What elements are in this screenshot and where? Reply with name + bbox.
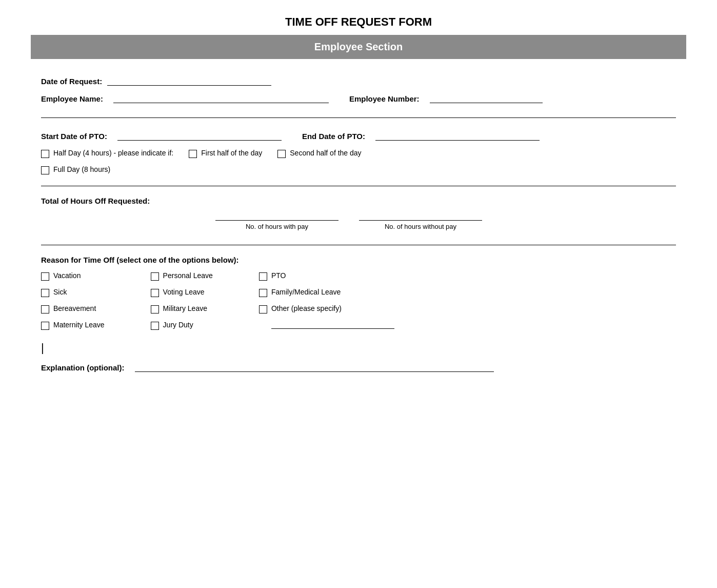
bereavement-label: Bereavement [53, 304, 96, 312]
sick-label: Sick [53, 288, 67, 296]
jury-duty-checkbox[interactable] [151, 322, 159, 330]
cursor-line: | [41, 341, 676, 355]
employee-number-label: Employee Number: [349, 94, 420, 103]
reason-column-1: Vacation Sick Bereavement Maternity Leav… [41, 271, 120, 333]
military-leave-label: Military Leave [163, 304, 207, 312]
other-item: Other (please specify) [259, 304, 379, 313]
half-day-label: Half Day (4 hours) - please indicate if: [53, 149, 173, 157]
second-half-checkbox[interactable] [277, 150, 286, 158]
second-half-checkbox-item: Second half of the day [277, 149, 361, 158]
family-medical-checkbox[interactable] [259, 289, 267, 297]
maternity-label: Maternity Leave [53, 321, 105, 329]
date-of-request-row: Date of Request: [41, 73, 676, 86]
full-day-row: Full Day (8 hours) [41, 165, 676, 178]
explanation-row: Explanation (optional): [41, 360, 676, 372]
section-divider-2 [41, 186, 676, 186]
pto-checkbox[interactable] [259, 272, 267, 281]
military-leave-checkbox[interactable] [151, 305, 159, 313]
maternity-checkbox[interactable] [41, 322, 49, 330]
jury-duty-item: Jury Duty [151, 321, 213, 330]
maternity-item: Maternity Leave [41, 321, 105, 330]
hours-without-pay-input[interactable] [359, 208, 482, 221]
employee-number-group: Employee Number: [349, 91, 543, 103]
hours-with-pay-input[interactable] [215, 208, 338, 221]
start-date-input[interactable] [117, 128, 282, 141]
total-hours-label: Total of Hours Off Requested: [41, 197, 150, 205]
start-date-group: Start Date of PTO: [41, 128, 282, 141]
employee-row: Employee Name: Employee Number: [41, 91, 676, 103]
employee-name-group: Employee Name: [41, 91, 329, 103]
total-hours-label-row: Total of Hours Off Requested: [41, 197, 676, 205]
section-divider-1 [41, 117, 676, 118]
explanation-section: Explanation (optional): [41, 360, 676, 372]
second-half-label: Second half of the day [290, 149, 361, 157]
first-half-checkbox[interactable] [189, 150, 197, 158]
section-header: Employee Section [31, 35, 686, 59]
first-half-checkbox-item: First half of the day [189, 149, 262, 158]
employee-name-input[interactable] [113, 91, 329, 103]
voting-leave-item: Voting Leave [151, 288, 213, 297]
bereavement-checkbox[interactable] [41, 305, 49, 313]
sick-checkbox[interactable] [41, 289, 49, 297]
reason-column-3: PTO Family/Medical Leave Other (please s… [259, 271, 394, 333]
employee-number-input[interactable] [430, 91, 543, 103]
vacation-item: Vacation [41, 271, 105, 281]
other-checkbox[interactable] [259, 305, 267, 313]
explanation-input[interactable] [135, 360, 494, 372]
full-day-checkbox-item: Full Day (8 hours) [41, 165, 110, 174]
date-of-request-label: Date of Request: [41, 77, 102, 86]
page-title: TIME OFF REQUEST FORM [31, 15, 686, 29]
full-day-label: Full Day (8 hours) [53, 165, 110, 173]
hours-with-pay-caption: No. of hours with pay [246, 223, 308, 230]
other-specify-input[interactable] [271, 318, 394, 329]
family-medical-label: Family/Medical Leave [271, 288, 341, 296]
voting-leave-checkbox[interactable] [151, 289, 159, 297]
other-label: Other (please specify) [271, 304, 342, 312]
start-date-label: Start Date of PTO: [41, 132, 107, 141]
hours-inputs-row: No. of hours with pay No. of hours witho… [215, 208, 676, 230]
vacation-label: Vacation [53, 271, 81, 280]
half-day-checkbox-item: Half Day (4 hours) - please indicate if: [41, 149, 173, 158]
employee-name-label: Employee Name: [41, 94, 103, 103]
vacation-checkbox[interactable] [41, 272, 49, 281]
first-half-label: First half of the day [201, 149, 262, 157]
hours-without-pay-caption: No. of hours without pay [385, 223, 456, 230]
end-date-group: End Date of PTO: [302, 128, 540, 141]
reason-columns: Vacation Sick Bereavement Maternity Leav… [41, 271, 676, 333]
bereavement-item: Bereavement [41, 304, 105, 313]
voting-leave-label: Voting Leave [163, 288, 205, 296]
half-day-checkbox[interactable] [41, 150, 49, 158]
half-day-row: Half Day (4 hours) - please indicate if:… [41, 149, 676, 161]
full-day-checkbox[interactable] [41, 166, 49, 174]
military-leave-item: Military Leave [151, 304, 213, 313]
other-row: Other (please specify) [259, 304, 394, 329]
reason-section: Reason for Time Off (select one of the o… [41, 256, 676, 333]
pto-dates-row: Start Date of PTO: End Date of PTO: [41, 128, 676, 141]
jury-duty-label: Jury Duty [163, 321, 193, 329]
pto-item: PTO [259, 271, 379, 281]
day-type-section: Half Day (4 hours) - please indicate if:… [41, 149, 676, 178]
hours-without-pay-group: No. of hours without pay [359, 208, 482, 230]
reason-label: Reason for Time Off (select one of the o… [41, 256, 676, 264]
end-date-label: End Date of PTO: [302, 132, 365, 141]
pto-label: PTO [271, 271, 286, 280]
personal-leave-item: Personal Leave [151, 271, 213, 281]
sick-item: Sick [41, 288, 105, 297]
personal-leave-checkbox[interactable] [151, 272, 159, 281]
explanation-label: Explanation (optional): [41, 363, 125, 372]
section-divider-3 [41, 245, 676, 245]
reason-column-2: Personal Leave Voting Leave Military Lea… [151, 271, 228, 333]
hours-with-pay-group: No. of hours with pay [215, 208, 338, 230]
hours-section: Total of Hours Off Requested: No. of hou… [41, 197, 676, 230]
family-medical-item: Family/Medical Leave [259, 288, 379, 297]
end-date-input[interactable] [375, 128, 540, 141]
personal-leave-label: Personal Leave [163, 271, 213, 280]
date-of-request-input[interactable] [107, 73, 271, 86]
